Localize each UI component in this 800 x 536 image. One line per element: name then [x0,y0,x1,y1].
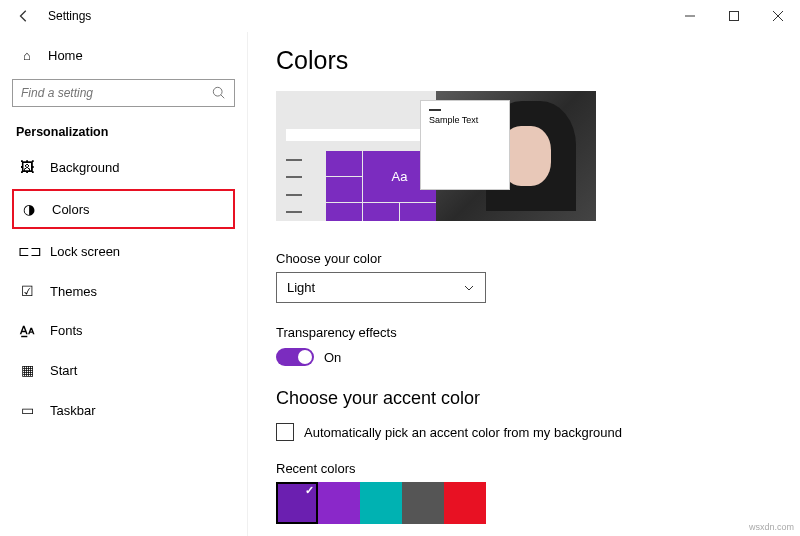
close-icon [773,11,783,21]
color-mode-label: Choose your color [276,251,772,266]
taskbar-icon: ▭ [18,402,36,418]
search-input[interactable] [21,86,212,100]
transparency-toggle[interactable] [276,348,314,366]
palette-icon: ◑ [20,201,38,217]
minimize-icon [685,11,695,21]
fonts-icon: A̲ᴀ [18,324,36,337]
sidebar-item-themes[interactable]: ☑ Themes [12,273,235,309]
window-title: Settings [48,9,91,23]
transparency-label: Transparency effects [276,325,772,340]
sidebar-item-label: Background [50,160,119,175]
sidebar-item-label: Taskbar [50,403,96,418]
sidebar-item-label: Themes [50,284,97,299]
window-controls [668,1,800,31]
svg-line-5 [221,95,225,99]
color-swatch[interactable] [444,482,486,524]
home-label: Home [48,48,83,63]
sidebar: ⌂ Home Personalization 🖼 Background ◑ Co… [0,32,248,536]
sidebar-item-label: Colors [52,202,90,217]
lock-screen-icon: ⊏⊐ [18,243,36,259]
start-icon: ▦ [18,362,36,378]
section-header: Personalization [16,125,235,139]
themes-icon: ☑ [18,283,36,299]
search-box[interactable] [12,79,235,107]
watermark: wsxdn.com [749,522,794,532]
home-icon: ⌂ [18,48,36,63]
back-button[interactable] [10,2,38,30]
sample-text-card: Sample Text [420,100,510,190]
close-button[interactable] [756,1,800,31]
color-swatch[interactable] [360,482,402,524]
recent-colors-row [276,482,772,524]
maximize-button[interactable] [712,1,756,31]
search-icon [212,86,226,100]
sidebar-item-colors[interactable]: ◑ Colors [12,189,235,229]
svg-rect-1 [730,12,739,21]
minimize-button[interactable] [668,1,712,31]
home-button[interactable]: ⌂ Home [12,40,235,71]
sidebar-item-label: Start [50,363,77,378]
sidebar-item-label: Lock screen [50,244,120,259]
accent-heading: Choose your accent color [276,388,772,409]
sidebar-item-background[interactable]: 🖼 Background [12,149,235,185]
title-bar: Settings [0,0,800,32]
color-mode-value: Light [287,280,315,295]
sidebar-item-taskbar[interactable]: ▭ Taskbar [12,392,235,428]
color-preview: Aa [276,91,772,221]
auto-accent-label: Automatically pick an accent color from … [304,425,622,440]
picture-icon: 🖼 [18,159,36,175]
maximize-icon [729,11,739,21]
sample-text-label: Sample Text [429,115,478,125]
page-title: Colors [276,46,772,75]
sidebar-item-start[interactable]: ▦ Start [12,352,235,388]
arrow-left-icon [17,9,31,23]
transparency-value: On [324,350,341,365]
sidebar-item-fonts[interactable]: A̲ᴀ Fonts [12,313,235,348]
auto-accent-checkbox[interactable] [276,423,294,441]
content-area: Colors Aa Sample Text Choose your color … [248,32,800,536]
color-swatch[interactable] [318,482,360,524]
preview-light: Aa [276,91,436,221]
sidebar-item-label: Fonts [50,323,83,338]
color-mode-select[interactable]: Light [276,272,486,303]
color-swatch[interactable] [402,482,444,524]
color-swatch[interactable] [276,482,318,524]
sidebar-item-lockscreen[interactable]: ⊏⊐ Lock screen [12,233,235,269]
recent-colors-label: Recent colors [276,461,772,476]
chevron-down-icon [463,282,475,294]
